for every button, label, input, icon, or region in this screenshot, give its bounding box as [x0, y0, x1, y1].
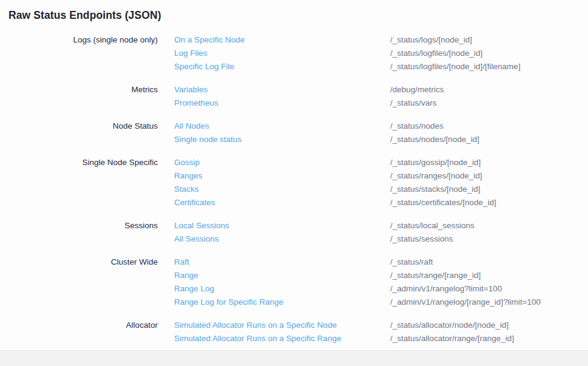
- endpoint-link-cell: Log Files: [158, 47, 390, 60]
- endpoint-link-cell: Simulated Allocator Runs on a Specific R…: [158, 332, 390, 345]
- debug-endpoints-page: Raw Status Endpoints (JSON) Logs (single…: [0, 0, 588, 366]
- endpoint-link[interactable]: Single node status: [174, 135, 242, 144]
- category-label: [8, 60, 158, 73]
- endpoint-section: Node StatusAll Nodes/_status/nodesSingle…: [8, 120, 588, 146]
- category-label: Single Node Specific: [8, 156, 158, 169]
- endpoint-path: /_admin/v1/rangelog?limit=100: [390, 282, 588, 296]
- endpoint-row: Log Files/_status/logfiles/[node_id]: [8, 47, 588, 60]
- endpoint-path: /_status/local_sessions: [390, 219, 588, 232]
- category-label: [8, 282, 158, 296]
- endpoint-link[interactable]: Stacks: [174, 185, 199, 194]
- category-label: [8, 133, 158, 146]
- endpoint-link[interactable]: Raft: [174, 257, 189, 266]
- endpoint-row: Node StatusAll Nodes/_status/nodes: [8, 120, 588, 133]
- endpoint-path: /_status/sessions: [390, 232, 588, 246]
- endpoint-path: /debug/metrics: [390, 83, 588, 97]
- category-label: Logs (single node only): [8, 33, 158, 47]
- endpoint-section: SessionsLocal Sessions/_status/local_ses…: [8, 219, 588, 246]
- endpoint-link-cell: Single node status: [158, 133, 390, 146]
- endpoint-link[interactable]: Certificates: [174, 198, 215, 207]
- endpoint-link-cell: Simulated Allocator Runs on a Specific N…: [158, 319, 390, 332]
- endpoint-link[interactable]: Variables: [174, 85, 208, 94]
- endpoint-link-cell: Gossip: [158, 156, 390, 169]
- endpoint-row: MetricsVariables/debug/metrics: [8, 83, 588, 97]
- footer-strip: [0, 350, 588, 366]
- endpoint-section: Single Node SpecificGossip/_status/gossi…: [8, 156, 588, 209]
- endpoint-link-cell: Stacks: [158, 183, 390, 196]
- page-title: Raw Status Endpoints (JSON): [8, 8, 588, 22]
- endpoint-link-cell: Range: [158, 269, 390, 282]
- endpoint-link-cell: All Nodes: [158, 120, 390, 133]
- endpoint-link[interactable]: Log Files: [174, 49, 208, 58]
- category-label: Node Status: [8, 120, 158, 133]
- endpoint-link[interactable]: All Nodes: [174, 121, 209, 130]
- endpoint-section: Cluster WideRaft/_status/raftRange/_stat…: [8, 256, 588, 309]
- endpoint-link[interactable]: Ranges: [174, 171, 203, 180]
- endpoint-link[interactable]: Specific Log File: [174, 62, 234, 71]
- endpoint-path: /_status/ranges/[node_id]: [390, 169, 588, 183]
- endpoint-link-cell: Local Sessions: [158, 219, 390, 232]
- endpoint-row: Single node status/_status/nodes/[node_i…: [8, 133, 588, 146]
- endpoint-link[interactable]: Simulated Allocator Runs on a Specific N…: [174, 320, 337, 330]
- endpoint-link[interactable]: On a Specific Node: [174, 35, 245, 44]
- category-label: [8, 169, 158, 183]
- endpoint-row: Cluster WideRaft/_status/raft: [8, 256, 588, 269]
- endpoint-link[interactable]: Gossip: [174, 158, 200, 167]
- endpoint-path: /_status/stacks/[node_id]: [390, 183, 588, 196]
- category-label: [8, 332, 158, 345]
- endpoint-link-cell: Ranges: [158, 169, 390, 183]
- category-label: Allocator: [8, 319, 158, 332]
- endpoint-link-cell: On a Specific Node: [158, 33, 390, 47]
- endpoint-row: AllocatorSimulated Allocator Runs on a S…: [8, 319, 588, 332]
- endpoint-link[interactable]: Simulated Allocator Runs on a Specific R…: [174, 334, 341, 343]
- endpoint-link-cell: Range Log: [158, 282, 390, 296]
- endpoint-section: MetricsVariables/debug/metricsPrometheus…: [8, 83, 588, 110]
- endpoint-row: Range Log for Specific Range/_admin/v1/r…: [8, 296, 588, 309]
- category-label: [8, 196, 158, 209]
- endpoint-link[interactable]: Range Log for Specific Range: [174, 297, 283, 307]
- endpoint-row: Range Log/_admin/v1/rangelog?limit=100: [8, 282, 588, 296]
- endpoint-link[interactable]: Range: [174, 271, 198, 280]
- endpoint-link-cell: Prometheus: [158, 97, 390, 110]
- endpoint-row: All Sessions/_status/sessions: [8, 232, 588, 246]
- endpoint-link[interactable]: Local Sessions: [174, 221, 229, 230]
- endpoint-row: Simulated Allocator Runs on a Specific R…: [8, 332, 588, 345]
- endpoint-path: /_status/allocator/node/[node_id]: [390, 319, 588, 332]
- category-label: Sessions: [8, 219, 158, 232]
- endpoint-row: Ranges/_status/ranges/[node_id]: [8, 169, 588, 183]
- endpoint-row: Range/_status/range/[range_id]: [8, 269, 588, 282]
- endpoint-row: Logs (single node only)On a Specific Nod…: [8, 33, 588, 47]
- endpoint-row: Specific Log File/_status/logfiles/[node…: [8, 60, 588, 73]
- endpoint-path: /_status/range/[range_id]: [390, 269, 588, 282]
- category-label: [8, 97, 158, 110]
- endpoint-path: /_status/raft: [390, 256, 588, 269]
- endpoint-link[interactable]: All Sessions: [174, 234, 219, 243]
- endpoint-row: Single Node SpecificGossip/_status/gossi…: [8, 156, 588, 169]
- category-label: [8, 183, 158, 196]
- endpoint-path: /_status/logs/[node_id]: [390, 33, 588, 47]
- endpoint-link-cell: Variables: [158, 83, 390, 97]
- category-label: [8, 232, 158, 246]
- endpoint-section: Logs (single node only)On a Specific Nod…: [8, 33, 588, 73]
- endpoint-row: Prometheus/_status/vars: [8, 97, 588, 110]
- endpoint-path: /_status/nodes: [390, 120, 588, 133]
- endpoint-table: Logs (single node only)On a Specific Nod…: [8, 33, 588, 345]
- endpoint-path: /_status/certificates/[node_id]: [390, 196, 588, 209]
- endpoint-link-cell: Raft: [158, 256, 390, 269]
- endpoint-path: /_status/vars: [390, 97, 588, 110]
- endpoint-row: Certificates/_status/certificates/[node_…: [8, 196, 588, 209]
- endpoint-link[interactable]: Prometheus: [174, 98, 218, 107]
- endpoint-path: /_status/nodes/[node_id]: [390, 133, 588, 146]
- endpoint-row: Stacks/_status/stacks/[node_id]: [8, 183, 588, 196]
- endpoint-link-cell: Certificates: [158, 196, 390, 209]
- category-label: [8, 269, 158, 282]
- category-label: Cluster Wide: [8, 256, 158, 269]
- endpoint-link-cell: All Sessions: [158, 232, 390, 246]
- endpoint-path: /_status/logfiles/[node_id]: [390, 47, 588, 60]
- category-label: [8, 296, 158, 309]
- category-label: [8, 47, 158, 60]
- endpoint-link[interactable]: Range Log: [174, 284, 214, 293]
- endpoint-path: /_status/allocator/range/[range_id]: [390, 332, 588, 345]
- endpoint-path: /_status/logfiles/[node_id]/[filename]: [390, 60, 588, 73]
- endpoint-link-cell: Specific Log File: [158, 60, 390, 73]
